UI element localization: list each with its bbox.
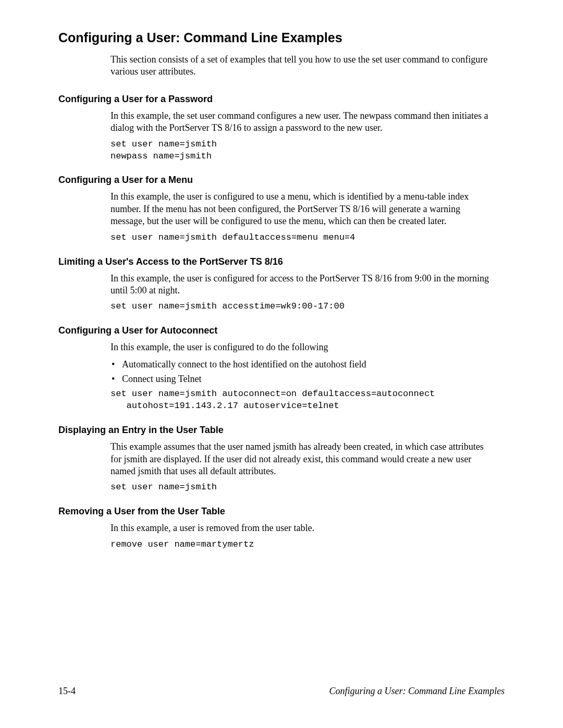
section-heading: Configuring a User for a Password — [58, 94, 505, 105]
section-text: This example assumes that the user named… — [111, 441, 494, 477]
intro-paragraph: This section consists of a set of exampl… — [111, 54, 494, 78]
section-text: In this example, the user is configured … — [111, 191, 494, 227]
list-item: Connect using Telnet — [111, 373, 494, 385]
code-block: remove user name=martymertz — [111, 539, 505, 551]
code-block: set user name=jsmith autoconnect=on defa… — [111, 388, 505, 412]
section-text: In this example, the user is configured … — [111, 273, 494, 297]
bullet-list: Automatically connect to the host identi… — [111, 358, 494, 386]
section-text: In this example, a user is removed from … — [111, 522, 494, 534]
section-heading: Configuring a User for Autoconnect — [58, 325, 505, 336]
code-block: set user name=jsmith defaultaccess=menu … — [111, 232, 505, 244]
section-heading: Displaying an Entry in the User Table — [58, 425, 505, 436]
document-page: Configuring a User: Command Line Example… — [0, 0, 563, 551]
code-block: set user name=jsmith — [111, 482, 505, 493]
page-footer: 15-4 Configuring a User: Command Line Ex… — [58, 686, 505, 697]
section-heading: Removing a User from the User Table — [58, 506, 505, 517]
footer-title: Configuring a User: Command Line Example… — [329, 686, 505, 697]
page-title: Configuring a User: Command Line Example… — [58, 30, 505, 45]
section-heading: Limiting a User's Access to the PortServ… — [58, 256, 505, 267]
code-block: set user name=jsmith accesstime=wk9:00-1… — [111, 301, 505, 313]
section-text: In this example, the user is configured … — [111, 341, 494, 353]
section-text: In this example, the set user command co… — [111, 110, 494, 134]
list-item: Automatically connect to the host identi… — [111, 358, 494, 371]
page-number: 15-4 — [58, 686, 76, 697]
code-block: set user name=jsmith newpass name=jsmith — [111, 139, 505, 163]
section-heading: Configuring a User for a Menu — [58, 175, 505, 186]
